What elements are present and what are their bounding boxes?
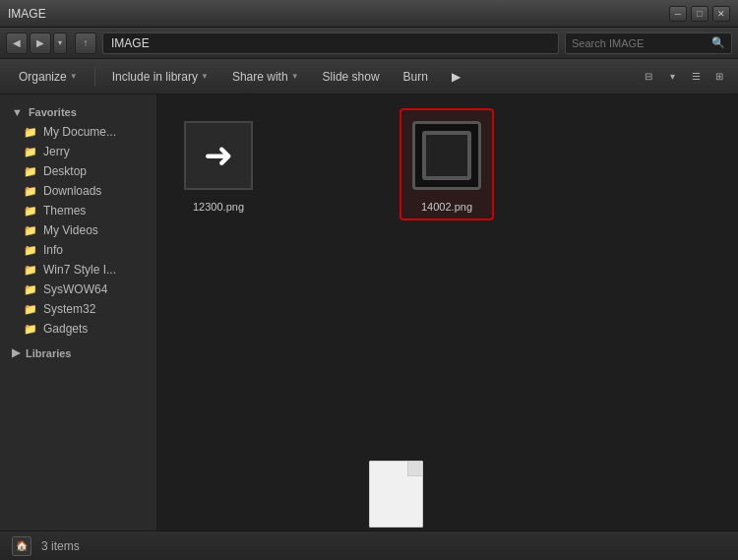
sidebar-item-themes[interactable]: 📁 Themes — [0, 201, 156, 220]
folder-icon: 📁 — [24, 224, 37, 237]
organize-button[interactable]: Organize ▼ — [8, 64, 89, 90]
address-path[interactable]: IMAGE — [102, 32, 559, 54]
toolbar: Organize ▼ Include in library ▼ Share wi… — [0, 59, 738, 94]
sidebar-item-syswow64[interactable]: 📁 SysWOW64 — [0, 280, 156, 299]
share-chevron: ▼ — [291, 72, 299, 81]
folder-icon: 📁 — [24, 146, 37, 158]
favorites-collapse-icon: ▼ — [12, 106, 23, 118]
inner-square — [422, 131, 471, 180]
folder-icon: 📁 — [24, 165, 37, 178]
file-thumb-14002 — [407, 116, 486, 195]
address-bar: ◀ ▶ ▾ ↑ IMAGE 🔍 — [0, 28, 738, 59]
include-library-button[interactable]: Include in library ▼ — [101, 64, 219, 90]
sidebar-item-jerry[interactable]: 📁 Jerry — [0, 142, 156, 161]
folder-icon: 📁 — [24, 205, 37, 218]
file-thumb-14003 — [356, 455, 435, 530]
up-button[interactable]: ↑ — [75, 32, 96, 54]
folder-icon: 📁 — [24, 185, 37, 198]
view-options-button[interactable]: ⊟ — [638, 66, 659, 88]
sidebar-item-win7style[interactable]: 📁 Win7 Style I... — [0, 260, 156, 280]
main-area: ▼ Favorites 📁 My Docume... 📁 Jerry 📁 Des… — [0, 94, 738, 530]
minimize-button[interactable]: ─ — [669, 6, 687, 22]
organize-chevron: ▼ — [70, 72, 78, 81]
sidebar: ▼ Favorites 📁 My Docume... 📁 Jerry 📁 Des… — [0, 94, 157, 530]
paper-icon — [369, 461, 423, 528]
file-name-14002: 14002.png — [421, 201, 472, 213]
favorites-section: ▼ Favorites 📁 My Docume... 📁 Jerry 📁 Des… — [0, 102, 156, 339]
thumbnail-icon — [412, 121, 481, 190]
file-item-12300[interactable]: ➜ 12300.png — [173, 110, 264, 218]
back-button[interactable]: ◀ — [6, 32, 28, 54]
forward-button[interactable]: ▶ — [30, 32, 51, 54]
folder-icon: 📁 — [24, 283, 37, 296]
file-grid: ➜ 12300.png 14002.png — [173, 110, 722, 218]
slideshow-button[interactable]: Slide show — [312, 64, 391, 90]
toolbar-separator-1 — [94, 67, 95, 87]
window-title: IMAGE — [8, 7, 46, 21]
more-button[interactable]: ▶ — [441, 64, 471, 90]
libraries-collapse-icon: ▶ — [12, 346, 20, 359]
search-box[interactable]: 🔍 — [565, 32, 732, 54]
sidebar-item-info[interactable]: 📁 Info — [0, 240, 156, 260]
sidebar-item-system32[interactable]: 📁 System32 — [0, 299, 156, 319]
file-name-12300: 12300.png — [193, 201, 244, 213]
path-label: IMAGE — [111, 36, 150, 50]
history-dropdown-button[interactable]: ▾ — [53, 32, 67, 54]
window-controls: ─ □ ✕ — [669, 6, 730, 22]
burn-button[interactable]: Burn — [393, 64, 439, 90]
libraries-header[interactable]: ▶ Libraries — [0, 342, 156, 363]
sidebar-item-downloads[interactable]: 📁 Downloads — [0, 181, 156, 201]
title-bar: IMAGE ─ □ ✕ — [0, 0, 738, 28]
folder-icon: 📁 — [24, 303, 37, 316]
search-icon: 🔍 — [711, 36, 725, 49]
file-thumb-12300: ➜ — [179, 116, 258, 195]
nav-buttons: ◀ ▶ ▾ — [6, 32, 67, 54]
item-count: 3 items — [41, 539, 80, 553]
favorites-header[interactable]: ▼ Favorites — [0, 102, 156, 122]
search-input[interactable] — [572, 37, 707, 49]
include-chevron: ▼ — [201, 72, 209, 81]
maximize-button[interactable]: □ — [691, 6, 708, 22]
status-bar: 🏠 3 items — [0, 530, 738, 560]
view-details-button[interactable]: ⊞ — [708, 66, 730, 88]
file-area: ➜ 12300.png 14002.png — [157, 94, 738, 530]
sidebar-item-mydocuments[interactable]: 📁 My Docume... — [0, 122, 156, 142]
toolbar-right: ⊟ ▾ ☰ ⊞ — [638, 66, 730, 88]
close-button[interactable]: ✕ — [712, 6, 730, 22]
sidebar-item-desktop[interactable]: 📁 Desktop — [0, 161, 156, 181]
share-with-button[interactable]: Share with ▼ — [221, 64, 310, 90]
sidebar-item-myvideos[interactable]: 📁 My Videos — [0, 220, 156, 240]
arrow-icon: ➜ — [184, 121, 253, 190]
folder-icon: 📁 — [24, 126, 37, 139]
libraries-section: ▶ Libraries — [0, 342, 156, 363]
status-icon: 🏠 — [12, 536, 31, 556]
folder-icon: 📁 — [24, 264, 37, 277]
folder-icon: 📁 — [24, 323, 37, 336]
file-item-14002[interactable]: 14002.png — [401, 110, 492, 218]
view-list-button[interactable]: ☰ — [685, 66, 707, 88]
view-dropdown-button[interactable]: ▾ — [661, 66, 683, 88]
favorites-label: Favorites — [29, 106, 77, 118]
folder-icon: 📁 — [24, 244, 37, 257]
libraries-label: Libraries — [26, 347, 71, 359]
file-item-14003[interactable]: 14003.png — [350, 449, 441, 530]
sidebar-item-gadgets[interactable]: 📁 Gadgets — [0, 319, 156, 339]
